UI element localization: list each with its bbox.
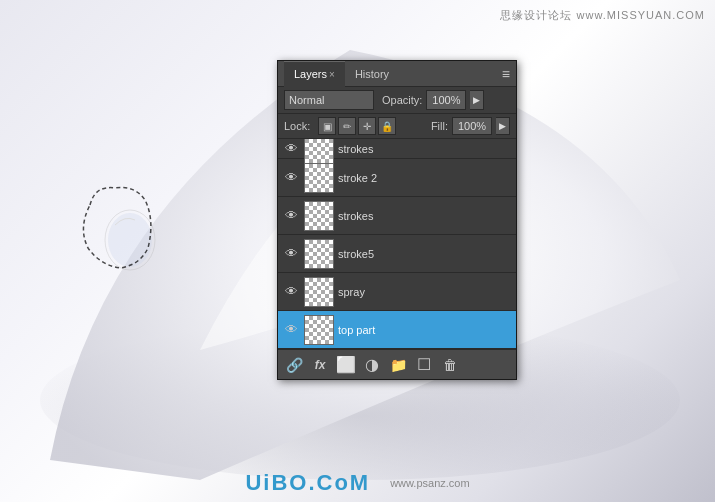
layer-row[interactable]: 👁 strokes (278, 197, 516, 235)
layer-name: stroke 2 (338, 172, 512, 184)
opacity-label: Opacity: (382, 94, 422, 106)
watermark-top: 思缘设计论坛 www.MISSYUAN.COM (500, 8, 705, 23)
layers-panel: Layers × History ≡ Normal Multiply Scree… (277, 60, 517, 380)
layer-row[interactable]: 👁 spray (278, 273, 516, 311)
layer-thumbnail (304, 139, 334, 164)
panel-titlebar: Layers × History ≡ (278, 61, 516, 87)
layer-name: top part (338, 324, 512, 336)
opacity-input[interactable] (426, 90, 466, 110)
layer-thumbnail (304, 163, 334, 193)
layer-thumbnail (304, 277, 334, 307)
lock-pixels-button[interactable]: ✏ (338, 117, 356, 135)
layer-visibility-icon[interactable]: 👁 (282, 283, 300, 301)
layer-visibility-icon[interactable]: 👁 (282, 140, 300, 158)
delete-layer-button[interactable]: 🗑 (440, 355, 460, 375)
tab-history[interactable]: History (345, 61, 399, 87)
blend-mode-select[interactable]: Normal Multiply Screen (284, 90, 374, 110)
lock-icons: ▣ ✏ ✛ 🔒 (318, 117, 396, 135)
lock-all-button[interactable]: 🔒 (378, 117, 396, 135)
layer-name: strokes (338, 210, 512, 222)
tab-close-icon[interactable]: × (329, 69, 335, 80)
layer-name: strokes (338, 143, 512, 155)
lock-label: Lock: (284, 120, 310, 132)
fill-label: Fill: (431, 120, 448, 132)
add-adjustment-button[interactable]: ◑ (362, 355, 382, 375)
add-mask-button[interactable]: ⬜ (336, 355, 356, 375)
add-layer-style-button[interactable]: fx (310, 355, 330, 375)
layer-name: stroke5 (338, 248, 512, 260)
layer-visibility-icon[interactable]: 👁 (282, 207, 300, 225)
layer-thumbnail (304, 201, 334, 231)
watermark-psanz: www.psanz.com (390, 477, 469, 489)
layer-visibility-icon[interactable]: 👁 (282, 169, 300, 187)
layer-row-selected[interactable]: 👁 top part (278, 311, 516, 349)
layer-visibility-icon[interactable]: 👁 (282, 245, 300, 263)
watermark-uibq: UiBO.CoM (245, 470, 370, 496)
watermark-bottom: UiBO.CoM www.psanz.com (245, 470, 469, 496)
lock-transparent-button[interactable]: ▣ (318, 117, 336, 135)
fill-arrow-button[interactable]: ▶ (496, 117, 510, 135)
layers-list[interactable]: 👁 strokes 👁 stroke 2 👁 strokes 👁 stroke5… (278, 139, 516, 349)
panel-footer: 🔗 fx ⬜ ◑ 📁 ☐ 🗑 (278, 349, 516, 379)
layer-row[interactable]: 👁 stroke5 (278, 235, 516, 273)
tab-layers[interactable]: Layers × (284, 61, 345, 87)
layer-row[interactable]: 👁 strokes (278, 139, 516, 159)
panel-menu-button[interactable]: ≡ (502, 66, 510, 82)
layer-thumbnail (304, 315, 334, 345)
group-layers-button[interactable]: 📁 (388, 355, 408, 375)
lock-position-button[interactable]: ✛ (358, 117, 376, 135)
fill-input[interactable] (452, 117, 492, 135)
lock-fill-row: Lock: ▣ ✏ ✛ 🔒 Fill: ▶ (278, 114, 516, 139)
svg-point-1 (105, 210, 155, 270)
panel-tabs: Layers × History (284, 61, 399, 87)
link-layers-button[interactable]: 🔗 (284, 355, 304, 375)
layer-row[interactable]: 👁 stroke 2 (278, 159, 516, 197)
svg-point-2 (108, 213, 152, 267)
opacity-arrow-button[interactable]: ▶ (470, 90, 484, 110)
layer-name: spray (338, 286, 512, 298)
new-layer-button[interactable]: ☐ (414, 355, 434, 375)
layer-visibility-icon[interactable]: 👁 (282, 321, 300, 339)
layer-thumbnail (304, 239, 334, 269)
blend-opacity-row: Normal Multiply Screen Opacity: ▶ (278, 87, 516, 114)
